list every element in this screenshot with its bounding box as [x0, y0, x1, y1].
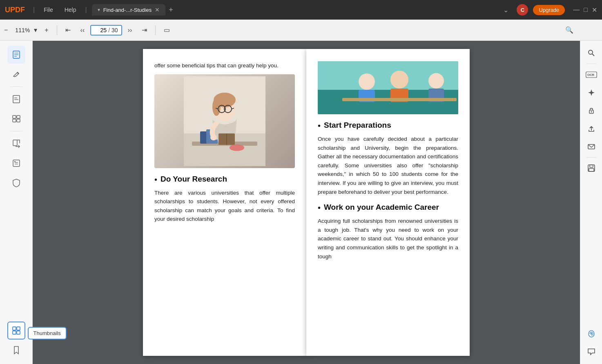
left-sidebar: Thumbnails: [0, 41, 33, 364]
bullet-dot2: •: [318, 121, 321, 131]
mail-icon: [587, 142, 595, 151]
research-text: There are various universities that offe…: [154, 189, 295, 224]
upgrade-label: Upgrade: [539, 7, 559, 13]
ai2-icon: [587, 329, 596, 338]
svg-rect-17: [14, 161, 16, 162]
last-page-icon: ⇥: [142, 27, 147, 33]
page-separator: /: [108, 27, 110, 33]
right-comment-button[interactable]: [584, 344, 599, 359]
last-page-button[interactable]: ⇥: [138, 24, 151, 36]
right-ai2-button[interactable]: [584, 326, 599, 341]
tab-add-button[interactable]: +: [169, 6, 173, 14]
prev-page-button[interactable]: ‹‹: [76, 24, 89, 36]
svg-point-48: [589, 50, 593, 54]
edit-icon: [12, 95, 21, 104]
search-toolbar-button[interactable]: 🔍: [561, 24, 577, 36]
intro-text: offer some beneficial tips that can grea…: [154, 61, 295, 70]
sidebar-item-protect[interactable]: [7, 174, 25, 192]
tab-title: Find-and-...r-Studies: [103, 7, 152, 13]
zoom-out-button[interactable]: −: [0, 24, 12, 36]
right-search-button[interactable]: [584, 46, 599, 60]
sidebar-item-thumbnails[interactable]: [7, 322, 25, 340]
svg-rect-5: [13, 95, 20, 103]
user-avatar: C: [517, 4, 528, 16]
svg-rect-20: [13, 331, 16, 334]
svg-rect-57: [590, 165, 593, 167]
zoom-in-button[interactable]: +: [40, 24, 52, 36]
next-page-button[interactable]: ››: [124, 24, 136, 36]
zoom-dropdown-button[interactable]: ▾: [32, 25, 39, 35]
bookmark-icon: [12, 346, 21, 355]
student-image: [154, 74, 295, 168]
maximize-button[interactable]: □: [584, 6, 588, 14]
titlebar-right: C Upgrade — □ ✕: [517, 4, 597, 16]
active-tab[interactable]: ▾ Find-and-...r-Studies ✕: [92, 4, 166, 16]
zoom-control: 111% ▾: [13, 25, 39, 35]
svg-rect-8: [13, 115, 16, 118]
convert-icon: [12, 139, 21, 148]
svg-rect-14: [13, 160, 20, 166]
bullet-dot3: •: [318, 203, 321, 213]
page-input-wrap: / 30: [90, 25, 122, 36]
tab-dropdown-button[interactable]: ⌄: [503, 6, 508, 14]
bullet-heading-career: • Work on your Academic Career: [318, 203, 458, 213]
ocr-icon: OCR: [586, 71, 597, 79]
bullet-dot1: •: [154, 175, 157, 184]
bullet-heading-research: • Do Your Research: [154, 175, 295, 184]
sidebar-item-convert[interactable]: [7, 135, 25, 153]
menu-help[interactable]: Help: [60, 5, 80, 15]
presentation-icon: ▭: [164, 27, 170, 33]
first-page-button[interactable]: ⇤: [61, 24, 75, 36]
save-icon: [587, 164, 595, 172]
protect-icon: [12, 178, 21, 187]
tab-bar: ▾ Find-and-...r-Studies ✕ + ⌄: [92, 4, 509, 16]
top-image-svg: [318, 61, 458, 114]
minimize-button[interactable]: —: [573, 6, 580, 14]
sidebar-item-annotate[interactable]: [7, 65, 25, 83]
sidebar-item-reader[interactable]: [7, 46, 25, 64]
svg-point-59: [591, 333, 592, 335]
svg-point-27: [230, 144, 244, 151]
next-page-icon: ››: [128, 27, 132, 33]
right-mail-button[interactable]: [584, 139, 599, 154]
sidebar-bottom: Thumbnails: [7, 322, 25, 359]
right-divider2: [586, 157, 597, 158]
thumbnails-area: Thumbnails: [7, 322, 25, 340]
thumbnails-icon: [12, 326, 21, 335]
close-button[interactable]: ✕: [592, 6, 597, 14]
right-divider1: [586, 64, 597, 64]
zoom-value: 111%: [13, 27, 31, 33]
pdf-page-right: • Start Preparations Once you have caref…: [306, 49, 470, 356]
total-pages: 30: [111, 27, 118, 33]
right-ai-button[interactable]: [584, 85, 599, 100]
organize-icon: [12, 114, 21, 123]
sidebar-item-organize[interactable]: [7, 110, 25, 128]
right-security-button[interactable]: [584, 103, 599, 118]
page-number-input[interactable]: [94, 27, 107, 33]
titlebar-divider1: |: [33, 6, 35, 13]
heading-research: Do Your Research: [161, 175, 227, 184]
svg-rect-10: [13, 119, 16, 122]
share-icon: [587, 124, 595, 133]
svg-line-49: [592, 54, 594, 56]
search-toolbar-icon: 🔍: [565, 27, 573, 33]
svg-text:OCR: OCR: [587, 73, 594, 77]
sidebar-item-form[interactable]: [7, 154, 25, 172]
svg-point-30: [212, 98, 221, 116]
svg-point-41: [359, 73, 375, 90]
prep-text: Once you have carefully decided about a …: [318, 135, 458, 196]
thumbnails-tooltip: Thumbnails: [28, 327, 67, 340]
presentation-button[interactable]: ▭: [160, 24, 174, 36]
annotate-icon: [12, 70, 21, 79]
form-icon: [12, 159, 21, 168]
right-ocr-button[interactable]: OCR: [584, 67, 599, 82]
sidebar-item-bookmark[interactable]: [7, 341, 25, 359]
upgrade-button[interactable]: Upgrade: [533, 5, 565, 15]
menu-file[interactable]: File: [40, 5, 57, 15]
tab-close-button[interactable]: ✕: [155, 7, 160, 13]
toolbar: − 111% ▾ + ⇤ ‹‹ / 30 ›› ⇥ ▭ 🔍: [0, 20, 602, 41]
sidebar-item-edit[interactable]: [7, 90, 25, 108]
svg-rect-58: [589, 169, 594, 171]
right-save-button[interactable]: [584, 161, 599, 175]
right-share-button[interactable]: [584, 121, 599, 136]
